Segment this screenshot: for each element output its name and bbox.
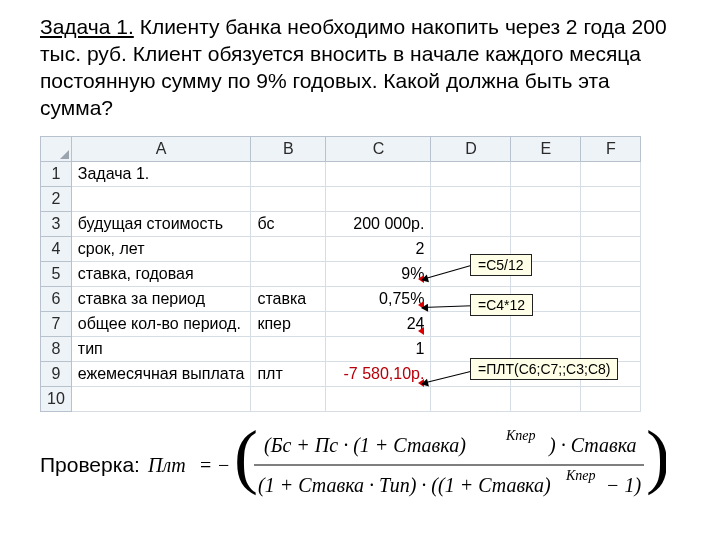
cell-a6[interactable]: ставка за период	[71, 286, 251, 311]
cell-b8[interactable]	[251, 336, 326, 361]
cell-f1[interactable]	[581, 161, 641, 186]
task-text: Задача 1. Клиенту банка необходимо накоп…	[40, 14, 686, 122]
cell-c1[interactable]	[326, 161, 431, 186]
row-header[interactable]: 5	[41, 261, 72, 286]
row-header[interactable]: 8	[41, 336, 72, 361]
cell-d2[interactable]	[431, 186, 511, 211]
cell-f6[interactable]	[581, 286, 641, 311]
cell-c6[interactable]: 0,75%	[326, 286, 431, 311]
row-header[interactable]: 2	[41, 186, 72, 211]
svg-text:(: (	[234, 422, 258, 496]
cell-c9[interactable]: -7 580,10р.	[326, 361, 431, 386]
row-header[interactable]: 4	[41, 236, 72, 261]
cell-d1[interactable]	[431, 161, 511, 186]
cell-d3[interactable]	[431, 211, 511, 236]
cell-c10[interactable]	[326, 386, 431, 411]
f-minus: −	[218, 454, 229, 476]
row-header[interactable]: 9	[41, 361, 72, 386]
cell-f5[interactable]	[581, 261, 641, 286]
formula-callout-c9: =ПЛТ(С6;С7;;С3;С8)	[470, 358, 618, 380]
cell-a2[interactable]	[71, 186, 251, 211]
cell-f10[interactable]	[581, 386, 641, 411]
cell-a7[interactable]: общее кол-во период.	[71, 311, 251, 336]
cell-f2[interactable]	[581, 186, 641, 211]
formula-image: Плт = − ( ) (Бс + Пс · (1 + Ставка) Кпер…	[146, 422, 666, 508]
cell-b9[interactable]: плт	[251, 361, 326, 386]
cell-e10[interactable]	[511, 386, 581, 411]
formula-callout-c6: =C5/12	[470, 254, 532, 276]
f-lhs: Плт	[147, 454, 186, 476]
cell-a1[interactable]: Задача 1.	[71, 161, 251, 186]
row-header[interactable]: 7	[41, 311, 72, 336]
f-eq: =	[200, 454, 211, 476]
cell-a10[interactable]	[71, 386, 251, 411]
cell-b4[interactable]	[251, 236, 326, 261]
f-exp-n: Кпер	[505, 428, 536, 443]
cell-b3[interactable]: бс	[251, 211, 326, 236]
col-header-e[interactable]: E	[511, 136, 581, 161]
cell-f4[interactable]	[581, 236, 641, 261]
cell-c8[interactable]: 1	[326, 336, 431, 361]
col-header-f[interactable]: F	[581, 136, 641, 161]
cell-a4[interactable]: срок, лет	[71, 236, 251, 261]
cell-a5[interactable]: ставка, годовая	[71, 261, 251, 286]
f-exp-d: Кпер	[565, 468, 596, 483]
cell-a9[interactable]: ежемесячная выплата	[71, 361, 251, 386]
cell-b5[interactable]	[251, 261, 326, 286]
cell-e3[interactable]	[511, 211, 581, 236]
col-header-c[interactable]: C	[326, 136, 431, 161]
col-header-a[interactable]: A	[71, 136, 251, 161]
cell-b1[interactable]	[251, 161, 326, 186]
cell-c5[interactable]: 9%	[326, 261, 431, 286]
cell-a3[interactable]: будущая стоимость	[71, 211, 251, 236]
col-header-b[interactable]: B	[251, 136, 326, 161]
cell-b6[interactable]: ставка	[251, 286, 326, 311]
task-label: Задача 1.	[40, 15, 134, 38]
row-header[interactable]: 3	[41, 211, 72, 236]
svg-text:): )	[646, 422, 666, 496]
f-den-left: (1 + Ставка · Тип) · ((1 + Ставка)	[258, 474, 551, 497]
col-header-d[interactable]: D	[431, 136, 511, 161]
check-label: Проверка:	[40, 453, 140, 477]
row-header[interactable]: 10	[41, 386, 72, 411]
row-header[interactable]: 1	[41, 161, 72, 186]
cell-b7[interactable]: кпер	[251, 311, 326, 336]
f-num-right: ) · Ставка	[548, 434, 637, 457]
select-all-corner[interactable]	[41, 136, 72, 161]
cell-c3[interactable]: 200 000р.	[326, 211, 431, 236]
cell-a8[interactable]: тип	[71, 336, 251, 361]
spreadsheet: A B C D E F 1Задача 1. 2 3будущая стоимо…	[40, 136, 686, 412]
cell-e2[interactable]	[511, 186, 581, 211]
comment-marker-icon	[418, 327, 424, 335]
cell-c2[interactable]	[326, 186, 431, 211]
cell-c7[interactable]: 24	[326, 311, 431, 336]
formula-callout-c7: =C4*12	[470, 294, 533, 316]
cell-e1[interactable]	[511, 161, 581, 186]
cell-d10[interactable]	[431, 386, 511, 411]
row-header[interactable]: 6	[41, 286, 72, 311]
cell-b10[interactable]	[251, 386, 326, 411]
cell-f7[interactable]	[581, 311, 641, 336]
cell-b2[interactable]	[251, 186, 326, 211]
f-num-left: (Бс + Пс · (1 + Ставка)	[264, 434, 466, 457]
task-body: Клиенту банка необходимо накопить через …	[40, 15, 667, 119]
cell-c4[interactable]: 2	[326, 236, 431, 261]
f-den-right: − 1)	[606, 474, 641, 497]
cell-f3[interactable]	[581, 211, 641, 236]
